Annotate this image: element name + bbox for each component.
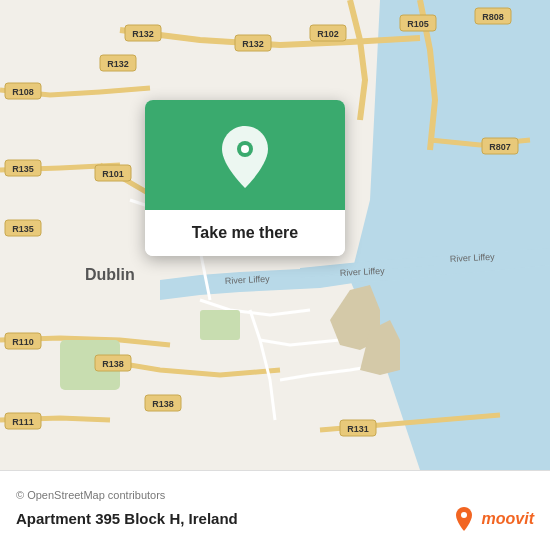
svg-text:R111: R111: [12, 417, 34, 427]
svg-point-41: [461, 512, 467, 518]
svg-text:R110: R110: [12, 337, 34, 347]
moovit-logo: moovit: [450, 505, 534, 533]
address-text: Apartment 395 Block H, Ireland: [16, 510, 238, 527]
bottom-bar: © OpenStreetMap contributors Apartment 3…: [0, 470, 550, 550]
svg-point-40: [241, 145, 249, 153]
svg-text:Dublin: Dublin: [85, 266, 135, 283]
svg-text:R102: R102: [317, 29, 339, 39]
svg-text:R807: R807: [489, 142, 511, 152]
moovit-label: moovit: [482, 510, 534, 528]
address-row: Apartment 395 Block H, Ireland moovit: [16, 505, 534, 533]
location-pin-icon: [219, 126, 271, 188]
svg-text:R101: R101: [102, 169, 124, 179]
svg-text:R135: R135: [12, 224, 34, 234]
svg-text:R138: R138: [102, 359, 124, 369]
attribution-text: © OpenStreetMap contributors: [16, 489, 534, 501]
svg-text:R108: R108: [12, 87, 34, 97]
svg-text:R138: R138: [152, 399, 174, 409]
moovit-icon: [450, 505, 478, 533]
take-me-there-button[interactable]: Take me there: [145, 210, 345, 256]
svg-text:R132: R132: [242, 39, 264, 49]
svg-rect-2: [200, 310, 240, 340]
map-card: Take me there: [145, 100, 345, 256]
svg-text:R132: R132: [107, 59, 129, 69]
map-area: R132 R132 R102 R105 R808 R807 R108 R132 …: [0, 0, 550, 470]
svg-text:R131: R131: [347, 424, 369, 434]
svg-text:R135: R135: [12, 164, 34, 174]
svg-text:R808: R808: [482, 12, 504, 22]
svg-text:R105: R105: [407, 19, 429, 29]
svg-text:R132: R132: [132, 29, 154, 39]
map-card-icon-area: [145, 100, 345, 210]
